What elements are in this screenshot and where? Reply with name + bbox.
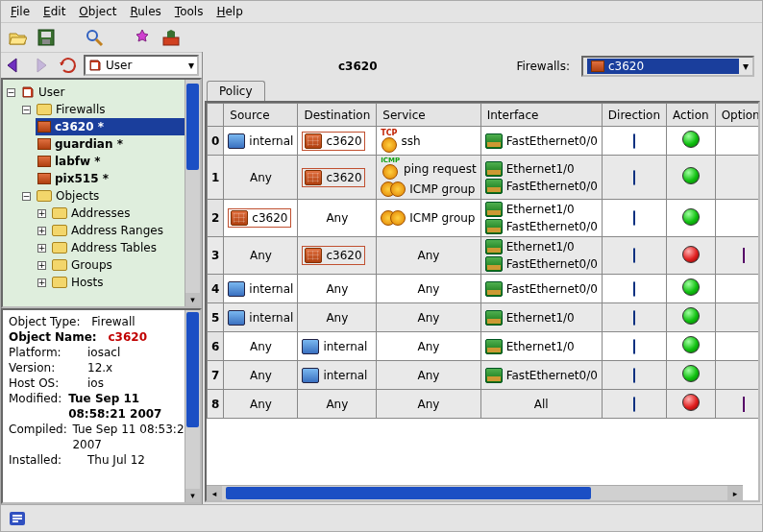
tree-objects-label[interactable]: Objects — [56, 187, 99, 205]
forward-button[interactable] — [32, 55, 53, 76]
tab-policy[interactable]: Policy — [207, 81, 265, 101]
rule-object[interactable]: FastEthernet0/0 — [485, 133, 598, 149]
object-tree[interactable]: − User −Firewalls c3620 * guardian * lab… — [1, 78, 202, 308]
rule-object[interactable]: c3620 — [305, 170, 361, 185]
rule-object[interactable]: Any — [250, 340, 272, 353]
rule-object[interactable]: Ethernet1/0 — [485, 310, 575, 326]
rule-object[interactable]: ICMP group — [381, 181, 476, 197]
tree-scrollbar[interactable]: ▾ — [185, 80, 200, 306]
install-icon[interactable] — [160, 27, 182, 48]
save-icon[interactable] — [36, 27, 57, 48]
collapse-icon[interactable]: − — [22, 192, 31, 201]
firewalls-combo[interactable]: c3620 ▾ — [581, 56, 754, 77]
rule-object[interactable]: Ethernet1/0 — [485, 239, 598, 254]
tree-obj-address-tables[interactable]: +Address Tables — [36, 239, 198, 256]
col-header[interactable]: Interface — [480, 104, 602, 127]
col-header[interactable]: Options — [715, 104, 760, 127]
rule-object[interactable]: Any — [418, 282, 440, 296]
tree-obj-address-ranges[interactable]: +Address Ranges — [36, 222, 198, 239]
rule-row[interactable]: 2c3620AnyICMP groupEthernet1/0FastEthern… — [208, 200, 761, 237]
rule-object[interactable]: Any — [326, 211, 348, 225]
rule-row[interactable]: 1Anyc3620ICMPping requestICMP groupEther… — [208, 156, 761, 200]
col-header[interactable]: Destination — [298, 104, 377, 127]
collapse-icon[interactable]: − — [7, 88, 15, 97]
rule-object[interactable]: internal — [302, 339, 367, 354]
rule-object[interactable]: FastEthernet0/0 — [485, 368, 598, 383]
rule-object[interactable]: ICMP group — [381, 210, 475, 226]
rule-object[interactable]: FastEthernet0/0 — [485, 179, 598, 194]
rule-object[interactable]: Any — [418, 249, 440, 262]
rule-object[interactable]: ICMPping request — [381, 157, 476, 180]
tree-fw-labfw[interactable]: labfw * — [36, 153, 198, 170]
menu-help[interactable]: Help — [210, 3, 248, 20]
open-icon[interactable] — [7, 27, 28, 48]
rule-row[interactable]: 4internalAnyAnyFastEthernet0/0 — [208, 275, 761, 303]
rule-object[interactable]: Any — [250, 249, 272, 262]
props-scrollbar[interactable]: ▾ — [185, 310, 200, 502]
rule-object[interactable]: Any — [250, 398, 272, 411]
tree-obj-groups[interactable]: +Groups — [36, 256, 198, 274]
collapse-icon[interactable]: − — [22, 106, 31, 114]
rule-object[interactable]: Any — [326, 398, 348, 411]
tree-obj-hosts[interactable]: +Hosts — [36, 274, 198, 291]
grid-hscrollbar[interactable]: ◂▸ — [207, 485, 743, 500]
rule-object[interactable]: Any — [250, 369, 272, 382]
tree-fw-guardian[interactable]: guardian * — [36, 135, 198, 153]
tree-fw-c3620[interactable]: c3620 * — [36, 118, 198, 135]
expand-icon[interactable]: + — [37, 227, 46, 235]
find-icon[interactable] — [84, 27, 105, 48]
rule-object[interactable]: internal — [228, 133, 293, 149]
expand-icon[interactable]: + — [37, 209, 46, 218]
library-combo[interactable]: User ▾ — [84, 55, 199, 76]
col-header[interactable]: Action — [667, 104, 716, 127]
rule-object[interactable]: Any — [418, 398, 440, 411]
rule-object[interactable]: Ethernet1/0 — [485, 339, 575, 354]
rule-object[interactable]: TCPssh — [381, 130, 420, 153]
back-button[interactable] — [5, 55, 26, 76]
tree-firewalls-label[interactable]: Firewalls — [56, 101, 106, 118]
col-header[interactable]: Direction — [602, 104, 666, 127]
rule-object[interactable]: FastEthernet0/0 — [485, 256, 598, 272]
rule-row[interactable]: 7AnyinternalAnyFastEthernet0/0 — [208, 361, 761, 390]
rule-object[interactable]: c3620 — [231, 210, 287, 226]
col-header[interactable] — [208, 104, 224, 127]
tree-obj-addresses[interactable]: +Addresses — [36, 205, 198, 222]
rule-row[interactable]: 6AnyinternalAnyEthernet1/0 — [208, 332, 761, 361]
rule-object[interactable]: Any — [326, 311, 348, 325]
expand-icon[interactable]: + — [37, 261, 46, 270]
menu-file[interactable]: File — [5, 3, 36, 20]
rule-object[interactable]: internal — [228, 281, 293, 297]
rule-object[interactable]: Any — [326, 282, 348, 296]
rule-object[interactable]: Any — [418, 311, 440, 325]
rule-object[interactable]: internal — [228, 310, 293, 326]
rule-object[interactable]: Ethernet1/0 — [485, 202, 598, 217]
menu-rules[interactable]: Rules — [124, 3, 166, 20]
rule-object[interactable]: internal — [302, 368, 367, 383]
menu-tools[interactable]: Tools — [169, 3, 209, 20]
rule-row[interactable]: 0internalc3620TCPsshFastEthernet0/0 — [208, 127, 761, 156]
rule-object[interactable]: c3620 — [305, 133, 361, 149]
rule-object[interactable]: Ethernet1/0 — [485, 161, 598, 177]
tree-root-label[interactable]: User — [38, 84, 64, 101]
rule-row[interactable]: 8AnyAnyAnyAll — [208, 390, 761, 419]
compile-icon[interactable] — [132, 27, 153, 48]
refresh-icon[interactable] — [59, 55, 78, 76]
rule-object[interactable]: c3620 — [305, 248, 361, 263]
col-header[interactable]: Service — [377, 104, 480, 127]
rule-object[interactable]: All — [534, 398, 549, 411]
expand-icon[interactable]: + — [37, 278, 46, 287]
tree-fw-pix515[interactable]: pix515 * — [36, 170, 198, 187]
info-icon[interactable] — [7, 508, 28, 529]
expand-icon[interactable]: + — [37, 244, 46, 253]
rule-object[interactable]: Any — [250, 171, 272, 184]
col-header[interactable]: Source — [224, 104, 298, 127]
rules-grid[interactable]: SourceDestinationServiceInterfaceDirecti… — [205, 101, 760, 502]
rule-row[interactable]: 3Anyc3620AnyEthernet1/0FastEthernet0/0 — [208, 237, 761, 275]
menu-object[interactable]: Object — [73, 3, 122, 20]
rule-object[interactable]: Any — [418, 340, 440, 353]
rule-object[interactable]: FastEthernet0/0 — [485, 281, 598, 297]
rule-row[interactable]: 5internalAnyAnyEthernet1/0 — [208, 303, 761, 332]
menu-edit[interactable]: Edit — [37, 3, 71, 20]
rule-object[interactable]: FastEthernet0/0 — [485, 219, 598, 234]
rule-object[interactable]: Any — [418, 369, 440, 382]
